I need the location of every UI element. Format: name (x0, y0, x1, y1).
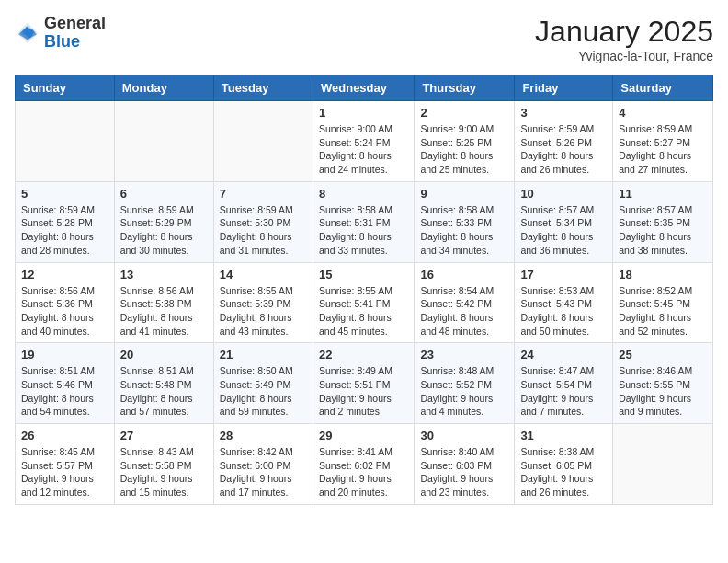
logo-icon (15, 20, 40, 46)
day-info: Sunrise: 8:59 AM Sunset: 5:29 PM Dayligh… (120, 203, 208, 258)
day-info: Sunrise: 8:38 AM Sunset: 6:05 PM Dayligh… (520, 445, 607, 500)
week-row-3: 12Sunrise: 8:56 AM Sunset: 5:36 PM Dayli… (16, 262, 713, 343)
day-number: 14 (220, 268, 307, 282)
day-info: Sunrise: 8:46 AM Sunset: 5:55 PM Dayligh… (619, 364, 707, 419)
day-cell (16, 101, 115, 182)
day-info: Sunrise: 8:59 AM Sunset: 5:30 PM Dayligh… (220, 203, 307, 258)
logo-general: General (44, 14, 106, 32)
day-cell: 21Sunrise: 8:50 AM Sunset: 5:49 PM Dayli… (213, 343, 313, 424)
weekday-header-monday: Monday (114, 75, 213, 101)
day-info: Sunrise: 8:59 AM Sunset: 5:26 PM Dayligh… (520, 122, 607, 177)
day-cell: 10Sunrise: 8:57 AM Sunset: 5:34 PM Dayli… (515, 181, 613, 262)
day-info: Sunrise: 8:48 AM Sunset: 5:52 PM Dayligh… (420, 364, 508, 419)
day-info: Sunrise: 8:45 AM Sunset: 5:57 PM Dayligh… (21, 445, 108, 500)
day-cell (213, 101, 313, 182)
weekday-header-tuesday: Tuesday (213, 75, 313, 101)
day-info: Sunrise: 9:00 AM Sunset: 5:24 PM Dayligh… (319, 122, 408, 177)
day-cell: 25Sunrise: 8:46 AM Sunset: 5:55 PM Dayli… (613, 343, 713, 424)
day-number: 22 (319, 348, 408, 362)
day-number: 16 (420, 268, 508, 282)
day-info: Sunrise: 8:59 AM Sunset: 5:27 PM Dayligh… (619, 122, 707, 177)
logo-text: General Blue (44, 15, 106, 52)
day-info: Sunrise: 8:55 AM Sunset: 5:39 PM Dayligh… (220, 284, 307, 339)
week-row-1: 1Sunrise: 9:00 AM Sunset: 5:24 PM Daylig… (16, 101, 713, 182)
weekday-header-wednesday: Wednesday (313, 75, 414, 101)
day-number: 26 (21, 429, 108, 442)
day-cell: 13Sunrise: 8:56 AM Sunset: 5:38 PM Dayli… (114, 262, 213, 343)
day-info: Sunrise: 8:56 AM Sunset: 5:36 PM Dayligh… (21, 284, 108, 339)
day-number: 23 (420, 348, 508, 362)
day-info: Sunrise: 8:42 AM Sunset: 6:00 PM Dayligh… (220, 445, 307, 500)
day-info: Sunrise: 8:57 AM Sunset: 5:35 PM Dayligh… (619, 203, 707, 258)
logo-blue: Blue (44, 32, 80, 51)
day-number: 31 (520, 429, 607, 442)
day-number: 2 (420, 106, 508, 120)
month-title: January 2025 (535, 15, 713, 49)
day-info: Sunrise: 8:53 AM Sunset: 5:43 PM Dayligh… (520, 284, 607, 339)
day-info: Sunrise: 8:43 AM Sunset: 5:58 PM Dayligh… (120, 445, 208, 500)
day-number: 6 (120, 187, 208, 201)
day-info: Sunrise: 8:55 AM Sunset: 5:41 PM Dayligh… (319, 284, 408, 339)
day-number: 28 (220, 429, 307, 442)
day-cell: 16Sunrise: 8:54 AM Sunset: 5:42 PM Dayli… (415, 262, 515, 343)
day-info: Sunrise: 9:00 AM Sunset: 5:25 PM Dayligh… (420, 122, 508, 177)
day-info: Sunrise: 8:51 AM Sunset: 5:46 PM Dayligh… (21, 364, 108, 419)
day-cell: 6Sunrise: 8:59 AM Sunset: 5:29 PM Daylig… (114, 181, 213, 262)
weekday-header-row: SundayMondayTuesdayWednesdayThursdayFrid… (16, 75, 713, 101)
location: Yvignac-la-Tour, France (535, 49, 713, 63)
day-info: Sunrise: 8:40 AM Sunset: 6:03 PM Dayligh… (420, 445, 508, 500)
day-cell: 4Sunrise: 8:59 AM Sunset: 5:27 PM Daylig… (613, 101, 713, 182)
day-cell: 15Sunrise: 8:55 AM Sunset: 5:41 PM Dayli… (313, 262, 414, 343)
day-cell: 7Sunrise: 8:59 AM Sunset: 5:30 PM Daylig… (213, 181, 313, 262)
day-info: Sunrise: 8:50 AM Sunset: 5:49 PM Dayligh… (220, 364, 307, 419)
day-number: 24 (520, 348, 607, 362)
title-block: January 2025 Yvignac-la-Tour, France (535, 15, 713, 63)
day-cell: 1Sunrise: 9:00 AM Sunset: 5:24 PM Daylig… (313, 101, 414, 182)
day-number: 21 (220, 348, 307, 362)
day-number: 12 (21, 268, 108, 282)
logo: General Blue (15, 15, 106, 52)
day-info: Sunrise: 8:51 AM Sunset: 5:48 PM Dayligh… (120, 364, 208, 419)
day-info: Sunrise: 8:58 AM Sunset: 5:33 PM Dayligh… (420, 203, 508, 258)
day-cell: 18Sunrise: 8:52 AM Sunset: 5:45 PM Dayli… (613, 262, 713, 343)
day-info: Sunrise: 8:41 AM Sunset: 6:02 PM Dayligh… (319, 445, 408, 500)
day-cell: 2Sunrise: 9:00 AM Sunset: 5:25 PM Daylig… (415, 101, 515, 182)
day-cell: 22Sunrise: 8:49 AM Sunset: 5:51 PM Dayli… (313, 343, 414, 424)
day-cell: 26Sunrise: 8:45 AM Sunset: 5:57 PM Dayli… (16, 424, 115, 505)
day-number: 9 (420, 187, 508, 201)
day-cell: 12Sunrise: 8:56 AM Sunset: 5:36 PM Dayli… (16, 262, 115, 343)
day-cell: 30Sunrise: 8:40 AM Sunset: 6:03 PM Dayli… (415, 424, 515, 505)
day-number: 1 (319, 106, 408, 120)
day-cell: 28Sunrise: 8:42 AM Sunset: 6:00 PM Dayli… (213, 424, 313, 505)
day-cell: 20Sunrise: 8:51 AM Sunset: 5:48 PM Dayli… (114, 343, 213, 424)
weekday-header-saturday: Saturday (613, 75, 713, 101)
day-cell: 11Sunrise: 8:57 AM Sunset: 5:35 PM Dayli… (613, 181, 713, 262)
day-cell: 8Sunrise: 8:58 AM Sunset: 5:31 PM Daylig… (313, 181, 414, 262)
day-number: 10 (520, 187, 607, 201)
day-number: 27 (120, 429, 208, 442)
weekday-header-thursday: Thursday (415, 75, 515, 101)
week-row-4: 19Sunrise: 8:51 AM Sunset: 5:46 PM Dayli… (16, 343, 713, 424)
day-info: Sunrise: 8:59 AM Sunset: 5:28 PM Dayligh… (21, 203, 108, 258)
day-cell: 5Sunrise: 8:59 AM Sunset: 5:28 PM Daylig… (16, 181, 115, 262)
day-cell: 31Sunrise: 8:38 AM Sunset: 6:05 PM Dayli… (515, 424, 613, 505)
day-cell: 3Sunrise: 8:59 AM Sunset: 5:26 PM Daylig… (515, 101, 613, 182)
day-number: 19 (21, 348, 108, 362)
day-number: 20 (120, 348, 208, 362)
day-cell: 29Sunrise: 8:41 AM Sunset: 6:02 PM Dayli… (313, 424, 414, 505)
weekday-header-friday: Friday (515, 75, 613, 101)
day-cell (613, 424, 713, 505)
day-number: 7 (220, 187, 307, 201)
day-cell: 17Sunrise: 8:53 AM Sunset: 5:43 PM Dayli… (515, 262, 613, 343)
day-info: Sunrise: 8:47 AM Sunset: 5:54 PM Dayligh… (520, 364, 607, 419)
day-cell: 24Sunrise: 8:47 AM Sunset: 5:54 PM Dayli… (515, 343, 613, 424)
day-number: 18 (619, 268, 707, 282)
week-row-2: 5Sunrise: 8:59 AM Sunset: 5:28 PM Daylig… (16, 181, 713, 262)
day-info: Sunrise: 8:57 AM Sunset: 5:34 PM Dayligh… (520, 203, 607, 258)
day-info: Sunrise: 8:52 AM Sunset: 5:45 PM Dayligh… (619, 284, 707, 339)
day-cell: 14Sunrise: 8:55 AM Sunset: 5:39 PM Dayli… (213, 262, 313, 343)
day-number: 15 (319, 268, 408, 282)
week-row-5: 26Sunrise: 8:45 AM Sunset: 5:57 PM Dayli… (16, 424, 713, 505)
day-number: 13 (120, 268, 208, 282)
day-number: 25 (619, 348, 707, 362)
